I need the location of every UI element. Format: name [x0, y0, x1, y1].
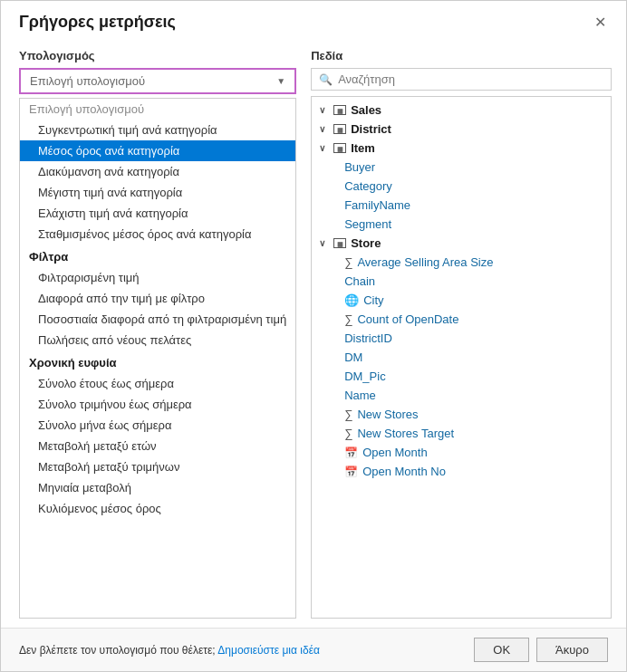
footer-idea-link[interactable]: Δημοσιεύστε μια ιδέα: [217, 644, 320, 657]
left-panel-label: Υπολογισμός: [19, 49, 296, 62]
list-item[interactable]: Επιλογή υπολογισμού: [20, 99, 295, 120]
geo-icon: 🌐: [344, 293, 359, 307]
list-item: Χρονική ευφυία: [20, 350, 295, 373]
chevron-down-icon: ∨: [319, 143, 330, 153]
close-button[interactable]: ✕: [589, 12, 612, 33]
tree-node[interactable]: ∑Average Selling Area Size: [312, 253, 611, 272]
footer-hint: Δεν βλέπετε τον υπολογισμό που θέλετε; Δ…: [19, 644, 320, 657]
list-item[interactable]: Μεταβολή μεταξύ ετών: [20, 436, 295, 456]
measure-icon: ∑: [344, 427, 352, 440]
tree-node[interactable]: ∑New Stores Target: [312, 424, 611, 443]
list-item[interactable]: Μέγιστη τιμή ανά κατηγορία: [20, 182, 295, 203]
tree-node-label: FamilyName: [344, 198, 410, 212]
calendar-icon: 📅: [344, 466, 358, 478]
calculation-list[interactable]: Επιλογή υπολογισμούΣυγκεντρωτική τιμή αν…: [19, 98, 296, 619]
list-item: Φίλτρα: [20, 245, 295, 267]
tree-node[interactable]: ∨▦Item: [312, 139, 611, 158]
search-icon: 🔍: [319, 73, 333, 86]
tree-node[interactable]: 📅Open Month No: [312, 462, 611, 481]
table-icon: ▦: [333, 105, 346, 115]
chevron-down-icon: ∨: [319, 238, 330, 248]
list-item[interactable]: Μηνιαία μεταβολή: [20, 477, 295, 498]
list-item[interactable]: Ελάχιστη τιμή ανά κατηγορία: [20, 203, 295, 224]
title-bar: Γρήγορες μετρήσεις ✕: [1, 1, 626, 40]
footer-buttons: OK Άκυρο: [474, 638, 608, 662]
tree-node-label: Count of OpenDate: [357, 312, 458, 326]
tree-node-label: Category: [344, 179, 392, 193]
list-item[interactable]: Σύνολο τριμήνου έως σήμερα: [20, 394, 295, 415]
tree-node[interactable]: Chain: [312, 272, 611, 291]
list-item[interactable]: Διαφορά από την τιμή με φίλτρο: [20, 288, 295, 309]
search-box: 🔍: [311, 68, 612, 91]
list-item[interactable]: Σύνολο μήνα έως σήμερα: [20, 415, 295, 436]
tree-node-label: Chain: [344, 274, 375, 288]
tree-node[interactable]: 🌐City: [312, 291, 611, 310]
tree-node[interactable]: DM: [312, 348, 611, 367]
tree-node-label: Store: [351, 236, 381, 250]
tree-node[interactable]: Category: [312, 177, 611, 196]
chevron-down-icon: ∨: [319, 105, 330, 115]
dropdown-value: Επιλογή υπολογισμού: [30, 74, 145, 88]
tree-node-label: DistrictID: [344, 331, 392, 345]
tree-node-label: New Stores Target: [357, 427, 454, 440]
measure-icon: ∑: [344, 255, 352, 269]
list-item[interactable]: Ποσοστιαία διαφορά από τη φιλτραρισμένη …: [20, 309, 295, 330]
left-panel: Υπολογισμός Επιλογή υπολογισμού ▼ Επιλογ…: [19, 49, 296, 619]
tree-node[interactable]: ∑New Stores: [312, 405, 611, 424]
calculation-dropdown[interactable]: Επιλογή υπολογισμού ▼: [19, 68, 296, 94]
tree-node-label: Name: [344, 389, 376, 402]
tree-node-label: City: [363, 293, 383, 307]
fields-tree[interactable]: ∨▦Sales∨▦District∨▦ItemBuyerCategoryFami…: [311, 96, 612, 619]
measure-icon: ∑: [344, 408, 352, 421]
list-item[interactable]: Σταθμισμένος μέσος όρος ανά κατηγορία: [20, 224, 295, 245]
tree-node[interactable]: FamilyName: [312, 196, 611, 215]
list-item[interactable]: Πωλήσεις από νέους πελάτες: [20, 330, 295, 350]
table-icon: ▦: [333, 124, 346, 134]
right-panel-label: Πεδία: [311, 49, 612, 62]
dialog-title: Γρήγορες μετρήσεις: [19, 13, 176, 32]
tree-node-label: Average Selling Area Size: [357, 255, 493, 269]
tree-node-label: Segment: [344, 217, 391, 231]
list-item[interactable]: Μέσος όρος ανά κατηγορία: [20, 140, 295, 161]
tree-node[interactable]: 📅Open Month: [312, 443, 611, 462]
list-item[interactable]: Συγκεντρωτική τιμή ανά κατηγορία: [20, 120, 295, 140]
tree-node-label: DM_Pic: [344, 370, 386, 383]
tree-node[interactable]: Name: [312, 386, 611, 405]
tree-node[interactable]: ∑Count of OpenDate: [312, 310, 611, 329]
right-panel: Πεδία 🔍 ∨▦Sales∨▦District∨▦ItemBuyerCate…: [311, 49, 612, 619]
tree-node[interactable]: ∨▦District: [312, 120, 611, 139]
tree-node[interactable]: Buyer: [312, 158, 611, 177]
list-item[interactable]: Σύνολο έτους έως σήμερα: [20, 373, 295, 394]
list-item[interactable]: Κυλιόμενος μέσος όρος: [20, 498, 295, 519]
table-icon: ▦: [333, 238, 346, 248]
tree-node-label: District: [351, 122, 391, 136]
tree-node-label: Open Month No: [362, 465, 446, 478]
cancel-button[interactable]: Άκυρο: [536, 638, 608, 662]
footer-hint-text: Δεν βλέπετε τον υπολογισμό που θέλετε;: [19, 644, 216, 657]
search-input[interactable]: [338, 72, 603, 86]
tree-node[interactable]: DM_Pic: [312, 367, 611, 386]
tree-node-label: Sales: [351, 103, 381, 117]
tree-node[interactable]: Segment: [312, 215, 611, 234]
chevron-down-icon: ▼: [276, 76, 285, 86]
footer: Δεν βλέπετε τον υπολογισμό που θέλετε; Δ…: [1, 628, 626, 671]
tree-node-label: DM: [344, 350, 362, 364]
tree-node[interactable]: ∨▦Sales: [312, 101, 611, 120]
tree-node-label: Open Month: [362, 446, 428, 459]
tree-node[interactable]: DistrictID: [312, 329, 611, 348]
tree-node-label: Buyer: [344, 160, 375, 174]
list-item[interactable]: Φιλτραρισμένη τιμή: [20, 267, 295, 288]
chevron-down-icon: ∨: [319, 124, 330, 134]
calendar-icon: 📅: [344, 446, 358, 459]
measure-icon: ∑: [344, 312, 352, 326]
tree-node[interactable]: ∨▦Store: [312, 234, 611, 253]
tree-node-label: New Stores: [357, 408, 418, 421]
tree-node-label: Item: [351, 141, 375, 155]
ok-button[interactable]: OK: [474, 638, 529, 662]
list-item[interactable]: Μεταβολή μεταξύ τριμήνων: [20, 456, 295, 477]
list-item[interactable]: Διακύμανση ανά κατηγορία: [20, 161, 295, 182]
table-icon: ▦: [333, 143, 346, 153]
content-area: Υπολογισμός Επιλογή υπολογισμού ▼ Επιλογ…: [1, 40, 626, 628]
dialog: Γρήγορες μετρήσεις ✕ Υπολογισμός Επιλογή…: [0, 0, 627, 672]
